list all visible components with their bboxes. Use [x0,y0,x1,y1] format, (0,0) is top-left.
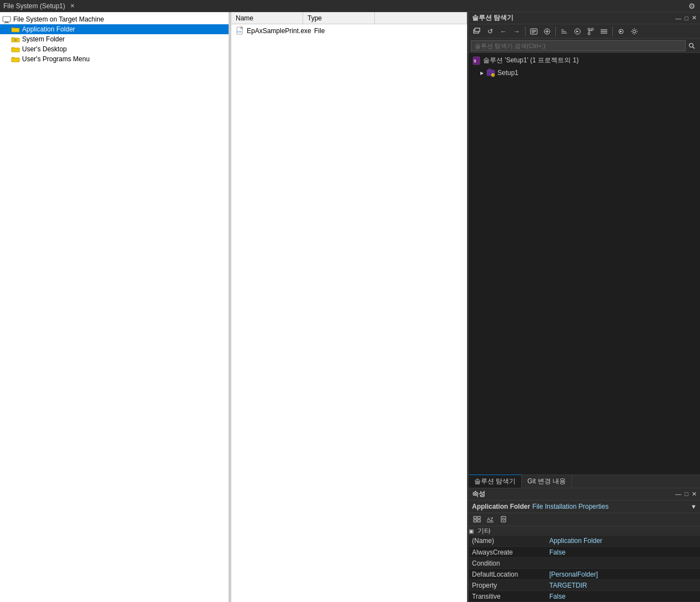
file-tree: File System on Target Machine Applicatio… [0,12,229,602]
solution-root-item[interactable]: S 솔루션 'Setup1' (1 프로젝트의 1) [469,54,700,67]
gear-icon[interactable]: ⚙ [688,2,696,10]
toolbar-collapse-btn[interactable] [558,25,570,38]
props-section-row[interactable]: ▣ 기타 [469,526,700,536]
solution-project-node[interactable]: ▶ Setup1 [469,67,700,79]
file-type: File [314,27,386,35]
computer-icon [2,15,11,23]
close-solution-button[interactable]: ✕ [691,14,698,22]
section-label: 기타 [478,527,491,535]
toolbar-show-all-btn[interactable] [541,25,553,38]
props-object-type: File Installation Properties [532,503,608,510]
properties-title: 속성 [472,489,485,499]
tree-item-programs-menu[interactable]: User's Programs Menu [0,54,229,64]
solution-title-actions: — □ ✕ [674,14,698,22]
tree-item-users-desktop[interactable]: User's Desktop [0,44,229,54]
svg-point-24 [588,33,590,35]
file-list-header: Name Type [231,12,467,24]
search-input[interactable] [471,40,686,51]
pin-button[interactable]: — [674,14,682,22]
svg-point-30 [690,43,693,47]
solution-explorer-title-bar: 솔루션 탐색기 — □ ✕ [469,12,700,24]
props-row-always-create[interactable]: AlwaysCreate False [469,547,700,558]
search-button[interactable] [686,40,698,51]
tree-root[interactable]: File System on Target Machine [0,14,229,24]
toolbar-sync-btn[interactable] [471,25,483,38]
svg-point-36 [491,73,495,77]
toolbar-preview-btn[interactable] [615,25,627,38]
main-container: File System on Target Machine Applicatio… [0,12,700,602]
git-changes-tab[interactable]: Git 변경 내용 [522,475,572,488]
desktop-folder-icon [11,45,20,53]
props-row-property[interactable]: Property TARGETDIR [469,580,700,591]
file-list-body: EXE EpAxSamplePrint.exe File [231,24,467,602]
solution-explorer-tab[interactable]: 솔루션 탐색기 [469,475,522,488]
svg-text:S: S [474,59,476,63]
application-folder-icon [11,25,20,33]
col-header-type[interactable]: Type [303,12,375,24]
svg-rect-2 [4,23,9,23]
properties-panel: 속성 — □ ✕ Application Folder File Install… [469,488,700,603]
svg-point-29 [633,30,636,33]
expand-arrow-icon: ▶ [479,70,485,76]
props-pin-button[interactable]: — [674,490,682,498]
props-row-default-location[interactable]: DefaultLocation [PersonalFolder] [469,569,700,580]
svg-line-31 [693,46,695,49]
col-header-name[interactable]: Name [231,12,303,24]
toolbar-settings-btn[interactable] [628,25,640,38]
toolbar-sep1 [525,26,526,36]
toolbar-refresh-btn[interactable]: ↺ [484,25,496,38]
system-folder-icon [11,35,20,43]
file-system-panel: File System on Target Machine Applicatio… [0,12,229,602]
props-key-property: Property [469,580,546,591]
props-key-name: (Name) [469,536,546,547]
props-title-actions: — □ ✕ [674,490,698,498]
props-object-name: Application Folder [472,503,530,510]
properties-table: ▣ 기타 (Name) Application Folder AlwaysCre… [469,526,700,603]
props-key-default-location: DefaultLocation [469,569,546,580]
svg-rect-35 [488,69,491,71]
toolbar-more-btn[interactable] [598,25,610,38]
tree-item-system-folder[interactable]: System Folder [0,34,229,44]
file-row[interactable]: EXE EpAxSamplePrint.exe File [231,25,467,36]
desktop-folder-label: User's Desktop [22,45,67,53]
solution-explorer-panel: 솔루션 탐색기 — □ ✕ ↺ ← → [468,12,700,602]
svg-rect-1 [5,22,8,23]
float-button[interactable]: □ [683,14,690,22]
props-key-transitive: Transitive [469,591,546,602]
props-value-name: Application Folder [546,536,700,547]
toolbar-pending-btn[interactable] [571,25,584,38]
toolbar-properties-btn[interactable] [528,25,540,38]
toolbar-git-btn[interactable] [585,25,597,38]
title-bar-buttons: ✕ [68,2,76,10]
tree-item-application-folder[interactable]: Application Folder [0,24,229,34]
props-dropdown-button[interactable]: ▼ [691,503,697,510]
programs-folder-icon [11,55,20,63]
props-categorized-btn[interactable] [471,513,483,525]
props-value-property: TARGETDIR [546,580,700,591]
props-alphabetical-btn[interactable]: AZ [484,513,496,525]
tab-pin-button[interactable]: ✕ [68,2,76,10]
toolbar-back-btn[interactable]: ← [497,25,510,38]
properties-header: Application Folder File Installation Pro… [469,500,700,513]
solution-file-icon: S [472,56,481,65]
toolbar-fwd-btn[interactable]: → [511,25,523,38]
props-value-default-location: [PersonalFolder] [546,569,700,580]
props-value-transitive: False [546,591,700,602]
svg-rect-10 [475,28,480,31]
props-row-name[interactable]: (Name) Application Folder [469,536,700,547]
search-bar [469,39,700,53]
svg-rect-0 [3,17,10,22]
properties-title-bar: 속성 — □ ✕ [469,488,700,500]
svg-text:EXE: EXE [237,30,242,33]
solution-root-label: 솔루션 'Setup1' (1 프로젝트의 1) [483,56,579,65]
exe-file-icon: EXE [236,26,245,35]
title-bar: File System (Setup1) ✕ ⚙ [0,0,700,12]
props-row-condition[interactable]: Condition [469,558,700,569]
props-close-button[interactable]: ✕ [691,490,698,498]
props-row-transitive[interactable]: Transitive False [469,591,700,602]
application-folder-label: Application Folder [22,25,75,33]
toolbar-sep3 [612,26,613,36]
props-property-pages-btn[interactable] [497,513,510,525]
props-float-button[interactable]: □ [683,490,690,498]
props-key-always-create: AlwaysCreate [469,547,546,558]
